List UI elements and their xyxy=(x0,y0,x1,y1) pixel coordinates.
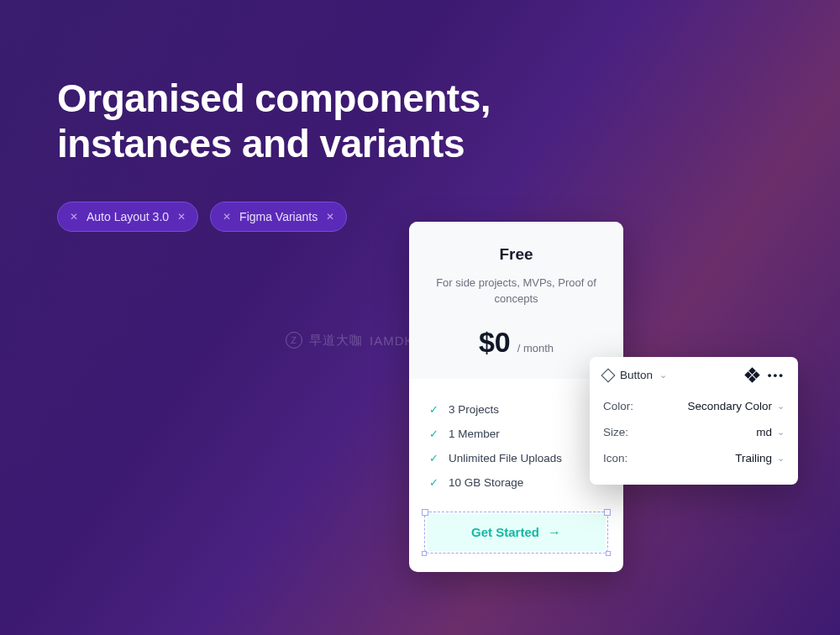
close-icon[interactable]: ✕ xyxy=(177,212,186,222)
chevron-down-icon[interactable]: ⌄ xyxy=(659,370,667,380)
feature-label: 1 Member xyxy=(449,428,500,440)
check-icon: ✓ xyxy=(429,476,438,489)
variants-grid-icon[interactable] xyxy=(744,367,759,382)
tag-pill-row: ✕ Auto Layout 3.0 ✕ ✕ Figma Variants ✕ xyxy=(57,202,347,232)
property-label: Size: xyxy=(603,426,628,438)
list-item: ✓ 3 Projects xyxy=(429,397,603,422)
component-name-row[interactable]: Button ⌄ xyxy=(603,369,667,381)
watermark-badge-icon: Z xyxy=(286,332,302,349)
list-item: ✓ 10 GB Storage xyxy=(429,470,603,495)
more-icon[interactable]: ••• xyxy=(768,369,785,381)
component-name: Button xyxy=(620,369,653,381)
check-icon: ✓ xyxy=(429,428,438,440)
check-icon: ✓ xyxy=(429,403,438,416)
inspector-row-icon: Icon: Trailing ⌄ xyxy=(603,445,785,471)
chevron-down-icon: ⌄ xyxy=(777,427,785,438)
arrow-right-icon: → xyxy=(548,525,561,540)
plan-description: For side projects, MVPs, Proof of concep… xyxy=(428,276,605,307)
pill-label: Auto Layout 3.0 xyxy=(87,210,169,223)
property-label: Icon: xyxy=(603,452,627,464)
heading-line-2: instances and variants xyxy=(57,122,465,165)
feature-label: Unlimited File Uploads xyxy=(449,452,562,464)
price-amount: $0 xyxy=(479,326,511,359)
property-value-select[interactable]: md ⌄ xyxy=(756,426,785,438)
page-heading: Organised components, instances and vari… xyxy=(57,76,491,167)
list-item: ✓ 1 Member xyxy=(429,422,603,446)
button-label: Get Started xyxy=(471,525,539,539)
close-icon[interactable]: ✕ xyxy=(70,212,78,222)
list-item: ✓ Unlimited File Uploads xyxy=(429,446,603,470)
property-value-select[interactable]: Trailing ⌄ xyxy=(735,452,785,464)
plan-price: $0 / month xyxy=(428,326,605,359)
plan-name: Free xyxy=(428,245,605,264)
inspector-row-color: Color: Secondary Color ⌄ xyxy=(603,393,785,419)
chevron-down-icon: ⌄ xyxy=(777,453,785,464)
check-icon: ✓ xyxy=(429,452,438,464)
variants-inspector-panel: Button ⌄ ••• Color: Secondary Color ⌄ Si… xyxy=(590,357,798,485)
inspector-header: Button ⌄ ••• xyxy=(603,369,785,381)
watermark-text: 早道大咖 xyxy=(309,333,363,349)
pricing-card-header: Free For side projects, MVPs, Proof of c… xyxy=(409,222,623,379)
close-icon[interactable]: ✕ xyxy=(326,212,334,222)
get-started-button[interactable]: Get Started → xyxy=(427,514,606,551)
pill-auto-layout[interactable]: ✕ Auto Layout 3.0 ✕ xyxy=(57,202,198,232)
pill-label: Figma Variants xyxy=(239,210,318,223)
heading-line-1: Organised components, xyxy=(57,76,491,120)
price-period: / month xyxy=(517,342,554,354)
selection-bounding-box[interactable]: Get Started → xyxy=(424,512,608,554)
feature-label: 10 GB Storage xyxy=(449,476,523,489)
feature-label: 3 Projects xyxy=(449,403,499,416)
close-icon[interactable]: ✕ xyxy=(223,212,231,222)
pill-figma-variants[interactable]: ✕ Figma Variants ✕ xyxy=(210,202,347,232)
property-label: Color: xyxy=(603,400,633,412)
component-icon xyxy=(601,368,616,382)
cta-selection-frame: Get Started → xyxy=(409,512,623,572)
inspector-row-size: Size: md ⌄ xyxy=(603,419,785,445)
property-value-select[interactable]: Secondary Color ⌄ xyxy=(687,400,785,412)
chevron-down-icon: ⌄ xyxy=(777,401,785,412)
